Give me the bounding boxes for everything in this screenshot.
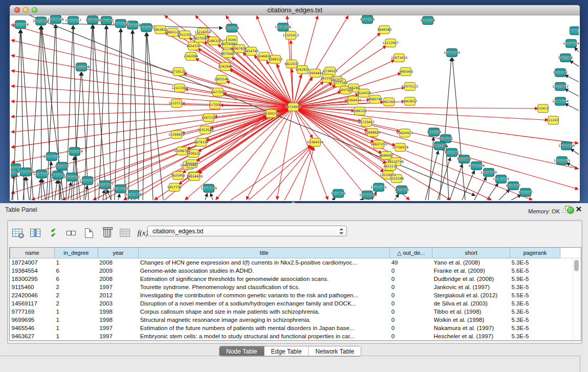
svg-text:12505135: 12505135 bbox=[63, 175, 80, 179]
table-settings-icon[interactable] bbox=[11, 226, 24, 239]
column-header-pagerank[interactable]: pagerank bbox=[510, 248, 560, 258]
svg-text:14353584: 14353584 bbox=[197, 128, 213, 132]
dropdown-arrows-icon bbox=[339, 228, 343, 235]
svg-text:9350211: 9350211 bbox=[457, 157, 471, 161]
svg-text:9684067: 9684067 bbox=[379, 154, 394, 157]
svg-text:9938102: 9938102 bbox=[439, 137, 453, 140]
table-row[interactable]: 969969511998Structural magnetic resonanc… bbox=[10, 316, 581, 324]
column-header-name[interactable]: name bbox=[10, 248, 55, 258]
svg-text:9498222: 9498222 bbox=[186, 151, 201, 155]
table-row[interactable]: 977716911998Corpus callosum shape and si… bbox=[10, 308, 581, 316]
svg-text:9463627: 9463627 bbox=[403, 99, 417, 103]
tab-node-table[interactable]: Node Table bbox=[220, 346, 265, 356]
network-graph-svg[interactable]: 2405572420891406230118161065525715276026… bbox=[11, 15, 579, 200]
svg-text:1615132: 1615132 bbox=[383, 164, 398, 168]
svg-text:7515526: 7515526 bbox=[139, 26, 154, 29]
svg-text:1527602: 1527602 bbox=[85, 18, 100, 21]
svg-text:7963822: 7963822 bbox=[153, 28, 167, 31]
node-table[interactable]: namein_degreeyeartitle△ out_de...shortpa… bbox=[9, 247, 581, 341]
column-header-short[interactable]: short bbox=[432, 248, 510, 258]
status-bar-divider bbox=[580, 356, 580, 372]
svg-text:12975115: 12975115 bbox=[402, 84, 418, 88]
svg-text:19384554: 19384554 bbox=[307, 140, 323, 144]
memory-status-indicator[interactable] bbox=[567, 207, 574, 214]
svg-text:746266: 746266 bbox=[347, 86, 360, 90]
network-view-window[interactable]: citations_edges.txt 24055724208914062301… bbox=[10, 5, 580, 201]
close-panel-icon[interactable]: ✕ bbox=[575, 206, 582, 213]
table-row[interactable]: 1938455462009Genome-wide association stu… bbox=[10, 267, 581, 275]
tab-edge-table[interactable]: Edge Table bbox=[265, 346, 309, 356]
scrollbar-thumb[interactable] bbox=[574, 260, 579, 271]
table-row[interactable]: 1456911722003Disruption of a novel membe… bbox=[10, 299, 581, 308]
svg-text:9831456: 9831456 bbox=[331, 191, 345, 195]
select-all-icon[interactable]: ✔✔ bbox=[47, 226, 60, 239]
svg-text:1640954: 1640954 bbox=[427, 130, 441, 134]
svg-text:9242844: 9242844 bbox=[218, 64, 232, 68]
svg-text:7986322: 7986322 bbox=[353, 109, 367, 113]
svg-text:2718120: 2718120 bbox=[171, 70, 186, 73]
column-header-out_degree[interactable]: △ out_de... bbox=[390, 248, 432, 258]
svg-text:7357274: 7357274 bbox=[225, 26, 239, 30]
import-table-icon bbox=[118, 226, 132, 239]
clear-selection-icon[interactable] bbox=[64, 226, 78, 239]
new-table-icon[interactable] bbox=[82, 226, 96, 239]
svg-text:8267150: 8267150 bbox=[202, 116, 216, 119]
table-type-tabs[interactable]: Node TableEdge TableNetwork Table bbox=[219, 346, 361, 357]
svg-text:20364456: 20364456 bbox=[345, 98, 361, 102]
svg-text:11243: 11243 bbox=[548, 118, 558, 122]
svg-text:16782759: 16782759 bbox=[113, 187, 129, 190]
svg-text:8912355: 8912355 bbox=[178, 33, 192, 36]
svg-text:19904448: 19904448 bbox=[307, 71, 323, 75]
svg-text:11356780: 11356780 bbox=[481, 170, 497, 174]
svg-text:11156829: 11156829 bbox=[17, 170, 34, 173]
tab-network-table[interactable]: Network Table bbox=[309, 346, 361, 356]
svg-text:12213363: 12213363 bbox=[171, 86, 188, 90]
svg-text:12213967: 12213967 bbox=[382, 41, 399, 45]
column-header-year[interactable]: year bbox=[98, 248, 138, 258]
svg-text:18724007: 18724007 bbox=[285, 105, 301, 108]
svg-text:1654339: 1654339 bbox=[186, 44, 201, 48]
column-header-filler bbox=[560, 248, 580, 258]
svg-text:9245012: 9245012 bbox=[432, 144, 447, 147]
table-selector-dropdown[interactable]: citations_edges.txt bbox=[147, 226, 347, 236]
svg-text:17957223: 17957223 bbox=[79, 179, 96, 182]
column-header-in_degree[interactable]: in_degree bbox=[54, 248, 98, 258]
table-row[interactable]: 2242004622012Investigating the contribut… bbox=[10, 291, 581, 299]
svg-text:417006: 417006 bbox=[209, 103, 221, 106]
svg-text:28053346: 28053346 bbox=[73, 65, 90, 69]
svg-text:15166852: 15166852 bbox=[168, 133, 185, 136]
table-scrollbar[interactable] bbox=[573, 259, 580, 339]
svg-text:9546: 9546 bbox=[228, 38, 236, 41]
svg-text:16914479: 16914479 bbox=[186, 174, 203, 178]
table-row[interactable]: 1872400712008Changes of HCN gene express… bbox=[10, 258, 581, 267]
svg-text:1162815: 1162815 bbox=[295, 68, 310, 71]
svg-text:8731342: 8731342 bbox=[445, 150, 459, 154]
svg-text:9227342: 9227342 bbox=[553, 71, 568, 74]
window-title: citations_edges.txt bbox=[10, 6, 580, 14]
table-header-row[interactable]: namein_degreeyeartitle△ out_de...shortpa… bbox=[10, 248, 581, 258]
svg-text:20891406: 20891406 bbox=[33, 19, 49, 23]
table-row[interactable]: 1830029562008Estimation of significance … bbox=[10, 275, 581, 283]
column-header-title[interactable]: title bbox=[139, 248, 390, 258]
svg-text:16648784: 16648784 bbox=[444, 51, 460, 54]
svg-text:8875685: 8875685 bbox=[221, 52, 235, 55]
svg-text:19958167: 19958167 bbox=[97, 183, 113, 186]
svg-text:1733426: 1733426 bbox=[395, 188, 409, 191]
delete-table-icon[interactable] bbox=[100, 226, 114, 239]
table-row[interactable]: 911546021997Tourette syndrome. Phenomeno… bbox=[10, 283, 581, 291]
svg-text:10756928: 10756928 bbox=[392, 145, 408, 149]
svg-text:19218506: 19218506 bbox=[275, 25, 291, 29]
svg-text:19654923: 19654923 bbox=[397, 131, 413, 135]
svg-text:5878334: 5878334 bbox=[194, 140, 208, 144]
svg-text:8454749: 8454749 bbox=[244, 49, 258, 53]
svg-text:16120746: 16120746 bbox=[387, 160, 404, 163]
table-row[interactable]: 946554611997Estimation of the future num… bbox=[10, 324, 581, 332]
svg-text:39194: 39194 bbox=[11, 170, 17, 174]
select-columns-icon[interactable] bbox=[29, 226, 42, 239]
network-canvas[interactable]: 2405572420891406230118161065525715276026… bbox=[11, 15, 579, 200]
svg-text:9675887: 9675887 bbox=[55, 164, 69, 168]
table-row[interactable]: 946362711997Embryonic stem cells: a mode… bbox=[10, 332, 581, 340]
application-desktop: citations_edges.txt 24055724208914062301… bbox=[0, 0, 588, 203]
svg-text:13226058: 13226058 bbox=[194, 30, 211, 34]
window-titlebar[interactable]: citations_edges.txt bbox=[10, 5, 580, 15]
